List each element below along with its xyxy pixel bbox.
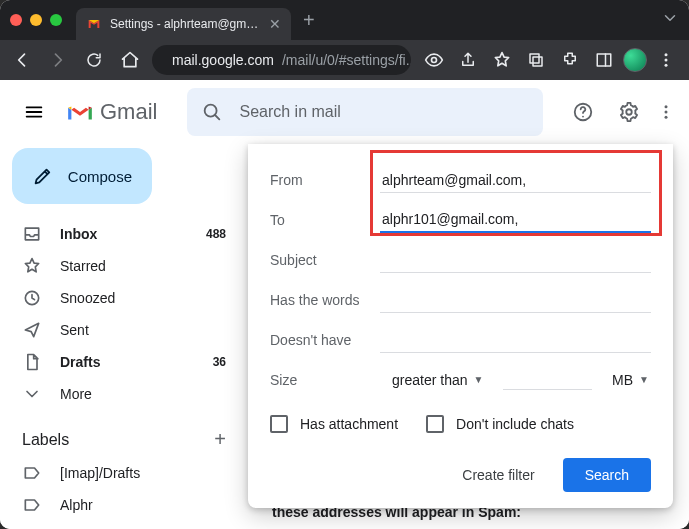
file-icon [22,352,42,372]
svg-point-6 [665,59,668,62]
share-icon[interactable] [453,46,483,74]
label-name: [Imap]/Drafts [60,465,140,481]
chrome-menu-icon[interactable] [651,46,681,74]
dropdown-icon: ▼ [639,374,649,385]
profile-avatar[interactable] [623,48,647,72]
svg-point-10 [626,109,632,115]
svg-point-7 [665,64,668,67]
star-icon [22,256,42,276]
label-item[interactable]: [Imap]/Drafts [8,457,240,489]
sidebar-item-snoozed[interactable]: Snoozed [8,282,240,314]
sidebar-item-inbox[interactable]: Inbox 488 [8,218,240,250]
sidebar-item-label: Inbox [60,226,97,242]
label-icon [22,463,42,483]
send-icon [22,320,42,340]
svg-rect-3 [597,54,611,66]
url-path: /mail/u/0/#settings/fi... [282,52,411,68]
add-label-button[interactable]: + [214,428,226,451]
from-label: From [270,172,380,188]
sidebar-item-count: 488 [206,227,226,241]
window-minimize-dot[interactable] [30,14,42,26]
back-button[interactable] [8,46,36,74]
extensions-icon[interactable] [555,46,585,74]
sidepanel-icon[interactable] [589,46,619,74]
tab-groups-icon[interactable] [521,46,551,74]
sidebar-item-count: 36 [213,355,226,369]
window-close-dot[interactable] [10,14,22,26]
inbox-icon [22,224,42,244]
sidebar-item-label: More [60,386,92,402]
tab-title: Settings - alphrteam@gmail.co [110,17,261,31]
sidebar-item-drafts[interactable]: Drafts 36 [8,346,240,378]
tab-close-icon[interactable]: ✕ [269,16,281,32]
reload-button[interactable] [80,46,108,74]
pencil-icon [32,165,54,187]
has-attachment-checkbox[interactable] [270,415,288,433]
vertical-dots-icon [657,103,675,121]
sidebar-item-starred[interactable]: Starred [8,250,240,282]
search-icon [201,101,223,123]
clock-icon [22,288,42,308]
compose-button[interactable]: Compose [12,148,152,204]
chevron-down-icon [22,384,42,404]
dropdown-icon: ▼ [474,374,484,385]
sidebar-item-more[interactable]: More [8,378,240,410]
svg-point-12 [665,111,668,114]
to-input[interactable] [380,207,651,233]
doesnt-have-label: Doesn't have [270,332,380,348]
svg-point-5 [665,53,668,56]
has-words-label: Has the words [270,292,380,308]
size-value-input[interactable] [503,370,592,390]
sidebar-item-label: Drafts [60,354,100,370]
search-bar[interactable]: Search in mail [187,88,543,136]
to-label: To [270,212,380,228]
url-host: mail.google.com [172,52,274,68]
labels-heading: Labels [22,431,69,449]
help-button[interactable] [563,92,603,132]
forward-button[interactable] [44,46,72,74]
new-tab-button[interactable]: + [303,9,315,32]
size-unit-select[interactable]: MB ▼ [610,368,651,393]
product-name: Gmail [100,99,157,125]
doesnt-have-input[interactable] [380,328,651,353]
home-button[interactable] [116,46,144,74]
svg-rect-1 [530,54,539,63]
help-icon [572,101,594,123]
size-unit-value: MB [612,372,633,388]
svg-point-13 [665,116,668,119]
has-words-input[interactable] [380,288,651,313]
size-operator-select[interactable]: greater than ▼ [390,368,485,393]
sidebar-item-sent[interactable]: Sent [8,314,240,346]
label-name: Alphr [60,497,93,513]
window-zoom-dot[interactable] [50,14,62,26]
main-menu-button[interactable] [12,90,56,134]
sidebar-item-label: Snoozed [60,290,115,306]
gmail-logo-icon [66,101,94,123]
browser-tab[interactable]: Settings - alphrteam@gmail.co ✕ [76,8,291,40]
subject-input[interactable] [380,248,651,273]
chevron-down-icon[interactable] [661,9,679,27]
gmail-favicon-icon [86,16,102,32]
gear-icon [618,101,640,123]
size-operator-value: greater than [392,372,468,388]
app-menu-button[interactable] [655,92,677,132]
label-icon [22,495,42,515]
svg-point-0 [432,58,437,63]
hamburger-icon [23,101,45,123]
eye-extension-icon[interactable] [419,46,449,74]
no-chats-checkbox[interactable] [426,415,444,433]
no-chats-label: Don't include chats [456,416,574,432]
svg-rect-2 [533,57,542,66]
gmail-logo[interactable]: Gmail [66,99,157,125]
address-bar[interactable]: mail.google.com/mail/u/0/#settings/fi... [152,45,411,75]
size-label: Size [270,372,380,388]
from-input[interactable] [380,168,651,193]
has-attachment-label: Has attachment [300,416,398,432]
sidebar-item-label: Starred [60,258,106,274]
search-button[interactable]: Search [563,458,651,492]
label-item[interactable]: Alphr [8,489,240,521]
bookmark-star-icon[interactable] [487,46,517,74]
create-filter-button[interactable]: Create filter [452,459,544,491]
settings-button[interactable] [609,92,649,132]
svg-point-11 [665,105,668,108]
